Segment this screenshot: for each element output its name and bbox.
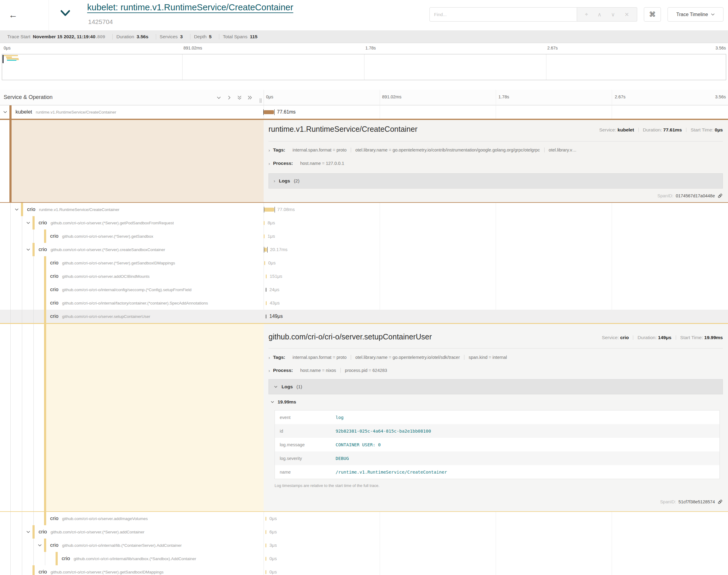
service-color-bar	[33, 216, 35, 230]
service-color-bar	[44, 310, 46, 323]
tags-summary: internal.span.format = protootel.library…	[288, 355, 511, 360]
tags-label: Tags:	[273, 354, 285, 360]
span-duration-bar[interactable]	[264, 110, 274, 114]
span-collapse-chevron-icon[interactable]	[14, 207, 20, 212]
span-row[interactable]: crio github.com/cri-o/cri-o/server.setup…	[0, 310, 728, 323]
chevron-down-icon	[711, 13, 715, 16]
view-selector-button[interactable]: Trace Timeline	[668, 7, 723, 22]
span-duration-bar[interactable]	[265, 557, 266, 561]
minimap-gridline	[546, 54, 547, 80]
span-duration-bar[interactable]	[266, 274, 267, 278]
span-duration-bar[interactable]	[266, 314, 266, 318]
span-duration-bar[interactable]	[265, 543, 266, 547]
log-field-value: DEBUG	[336, 456, 349, 461]
span-duration-label: 6μs	[269, 529, 277, 534]
span-row[interactable]: crio github.com/cri-o/cri-o/server.(*Ser…	[0, 216, 728, 230]
process-accordion[interactable]: › Process: host.name = nixosprocess.pid …	[268, 368, 723, 373]
span-duration-bar[interactable]	[265, 530, 266, 534]
log-field-row: id92b82381-025c-4a64-815c-ba2e1bb08100	[275, 424, 720, 438]
process-accordion[interactable]: › Process: host.name = 127.0.0.1	[268, 161, 723, 166]
log-field-key: id	[275, 429, 336, 434]
span-collapse-chevron-icon[interactable]	[26, 530, 31, 534]
minimap-gridline	[364, 54, 364, 80]
span-row[interactable]: crio github.com/cri-o/cri-o/server.(*Ser…	[0, 256, 728, 270]
service-name: crio	[39, 529, 47, 535]
spanid-value: 51cf7f38e5128574	[679, 499, 715, 504]
log-field-value: log	[336, 415, 343, 420]
span-rows: kubelet runtime.v1.RuntimeService/Create…	[0, 105, 728, 575]
span-duration-bar[interactable]	[264, 248, 267, 252]
back-arrow-icon[interactable]: ←	[6, 8, 20, 22]
span-duration-bar[interactable]	[266, 288, 266, 292]
stat-services: Services 3	[156, 34, 191, 39]
span-row[interactable]: crio github.com/cri-o/cri-o/server.(*Ser…	[0, 525, 728, 539]
logs-accordion[interactable]: Logs (1)	[268, 379, 723, 394]
keyboard-shortcuts-button[interactable]: ⌘	[644, 7, 661, 22]
span-duration-bar[interactable]	[265, 517, 266, 521]
detail-left-fill	[11, 120, 264, 202]
log-field-key: event	[275, 415, 336, 420]
process-summary: host.name = 127.0.0.1	[296, 161, 349, 166]
span-duration-label: 151μs	[270, 274, 282, 279]
link-icon[interactable]	[717, 193, 723, 199]
span-duration-bar[interactable]	[264, 261, 265, 265]
stat-total-spans: Total Spans 115	[219, 34, 265, 39]
divider	[268, 348, 723, 348]
locate-icon[interactable]: ⌖	[585, 11, 588, 18]
clear-search-icon[interactable]: ✕	[624, 11, 629, 18]
minimap-ruler: 0μs 891.02ms 1.78s 2.67s 3.56s	[0, 43, 728, 54]
span-collapse-chevron-icon[interactable]	[3, 110, 8, 114]
minimap-canvas[interactable]	[2, 54, 726, 80]
stat-trace-start: Trace Start November 15 2022, 11:19:40 .…	[4, 34, 113, 39]
spanid-label: SpanID:	[658, 193, 673, 198]
chevron-right-icon: ›	[274, 178, 275, 184]
stat-label: Trace Start	[7, 34, 30, 39]
tags-accordion[interactable]: › Tags: internal.span.format = protootel…	[268, 147, 723, 153]
span-collapse-chevron-icon[interactable]	[37, 543, 43, 548]
stat-label: Depth	[194, 34, 206, 39]
span-row[interactable]: crio github.com/cri-o/cri-o/internal/con…	[0, 283, 728, 296]
prev-match-icon[interactable]: ∧	[597, 11, 601, 18]
span-duration-label: 149μs	[269, 314, 283, 319]
service-color-bar	[44, 230, 46, 243]
span-collapse-chevron-icon[interactable]	[26, 221, 31, 225]
trace-stats-bar: Trace Start November 15 2022, 11:19:40 .…	[0, 30, 728, 43]
log-entry-header[interactable]: 19.99ms	[270, 399, 296, 405]
service-name: crio	[50, 300, 58, 306]
span-row[interactable]: crio github.com/cri-o/cri-o/server.addOC…	[0, 270, 728, 283]
span-id: SpanID: 0174567d17a0448e	[658, 193, 723, 199]
span-collapse-chevron-icon[interactable]	[26, 247, 31, 252]
log-field-key: name	[275, 470, 336, 475]
span-row[interactable]: kubelet runtime.v1.RuntimeService/Create…	[0, 105, 728, 119]
span-row[interactable]: crio github.com/cri-o/cri-o/internal/lib…	[0, 552, 728, 565]
service-name: crio	[39, 220, 47, 226]
span-row[interactable]: crio github.com/cri-o/cri-o/server.addIm…	[0, 512, 728, 525]
span-duration-bar[interactable]	[264, 221, 265, 225]
find-input[interactable]	[429, 7, 577, 22]
tags-accordion[interactable]: › Tags: internal.span.format = protootel…	[268, 354, 723, 360]
span-row[interactable]: crio github.com/cri-o/cri-o/internal/lib…	[0, 539, 728, 552]
service-name: crio	[50, 313, 58, 319]
span-row[interactable]: crio github.com/cri-o/cri-o/server.(*Ser…	[0, 243, 728, 256]
logs-accordion[interactable]: › Logs (2)	[268, 173, 723, 189]
span-duration-bar[interactable]	[264, 208, 274, 212]
span-duration-bar[interactable]	[264, 234, 265, 238]
chevron-right-icon: ›	[268, 368, 270, 373]
link-icon[interactable]	[717, 499, 723, 505]
span-duration-label: 43μs	[270, 300, 280, 305]
service-name: crio	[50, 233, 58, 239]
span-row[interactable]: crio github.com/cri-o/cri-o/internal/fac…	[0, 296, 728, 310]
service-color-bar	[44, 283, 46, 296]
span-duration-bar[interactable]	[266, 301, 267, 305]
tag-item: span.kind = internal	[464, 355, 511, 360]
span-row[interactable]: crio github.com/cri-o/cri-o/server.(*Ser…	[0, 230, 728, 243]
log-note: Log timestamps are relative to the start…	[274, 483, 379, 488]
log-field-value: CONTAINER USER: 0	[336, 442, 380, 447]
collapse-header-chevron-icon[interactable]	[60, 10, 70, 17]
chevron-down-icon	[274, 385, 278, 389]
span-duration-bar[interactable]	[265, 570, 266, 574]
trace-title-link[interactable]: kubelet: runtime.v1.RuntimeService/Creat…	[87, 2, 293, 12]
next-match-icon[interactable]: ∨	[611, 11, 615, 18]
span-row[interactable]: crio runtime.v1.RuntimeService/CreateCon…	[0, 203, 728, 216]
span-row[interactable]: crio github.com/cri-o/cri-o/server.(*Ser…	[0, 565, 728, 575]
